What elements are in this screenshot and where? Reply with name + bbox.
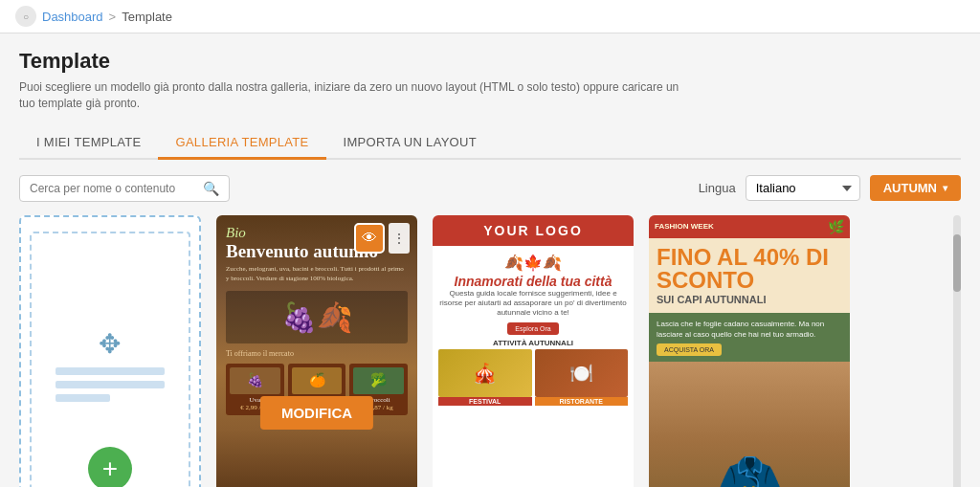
language-select[interactable]: Italiano English Deutsch Français Españo… [746,175,860,201]
template-card-sconto: FASHION WEEK 🌿 FINO AL 40% DI SCONTO SUI… [649,215,850,487]
card2-modify-button[interactable]: MODIFICA [480,370,585,401]
templates-wrapper: ✥ + Nuovo layout ↓ [19,215,961,487]
preview-button[interactable]: 👁 [354,223,385,254]
template-image-eventi[interactable]: YOUR LOGO 🍂🍁🍂 Innamorati della tua città… [433,215,634,487]
chevron-down-icon: ▾ [943,183,947,193]
move-icon: ✥ [99,328,121,360]
new-layout-line [56,381,165,388]
more-icon: ⋮ [392,231,406,246]
eye-icon: 👁 [716,342,727,355]
search-input[interactable] [30,182,197,195]
template-card-fruttivendolo: ↓ Bio Benvenuto autunno Zucche, melogran… [216,215,417,487]
templates-grid: ✥ + Nuovo layout ↓ [19,215,961,487]
card1-action-buttons: 👁 ⋮ [354,223,410,254]
breadcrumb-separator: > [109,10,117,24]
new-layout-lines [56,367,165,408]
tab-import[interactable]: IMPORTA UN LAYOUT [326,127,494,160]
new-layout-line [56,367,165,375]
new-layout-line-short [56,394,110,402]
top-bar: ○ Dashboard > Template [0,0,980,33]
season-label: AUTUMN [883,181,937,195]
eye-icon: 👁 [362,230,377,247]
page-title: Template [19,49,961,74]
toolbar: 🔍 Lingua Italiano English Deutsch França… [19,175,961,202]
breadcrumb-home[interactable]: Dashboard [42,10,103,24]
page-description: Puoi scegliere un modello già pronto dal… [19,79,689,112]
card2-preview-button[interactable]: 👁 Anteprima [490,336,577,361]
language-section: Lingua Italiano English Deutsch Français… [699,175,961,201]
tab-my-templates[interactable]: I MIEI TEMPLATE [19,127,158,160]
more-options-button[interactable]: ⋮ [389,223,410,254]
main-content: Template Puoi scegliere un modello già p… [0,33,980,487]
card3-modify-button[interactable]: MODIFICA [697,370,801,401]
tab-gallery[interactable]: GALLERIA TEMPLATE [158,127,325,160]
scrollbar-thumb [953,234,961,292]
card1-desc: Zucche, melograni, uva, bacini e broccol… [226,265,408,282]
template-image-sconto[interactable]: FASHION WEEK 🌿 FINO AL 40% DI SCONTO SUI… [649,215,850,487]
modify-overlay: MODIFICA [260,396,373,430]
card1-market-text: Ti offriamo il mercato [226,349,408,358]
eye-icon: 👁 [500,342,511,355]
card1-image-area: 🍇🍂 [226,291,408,343]
card3-preview-button[interactable]: 👁 Anteprima [706,336,793,361]
breadcrumb-current: Template [122,10,172,24]
new-layout-card: ✥ + [19,215,201,487]
template-card-eventi: YOUR LOGO 🍂🍁🍂 Innamorati della tua città… [433,215,634,487]
search-icon: 🔍 [203,181,219,196]
tab-bar: I MIEI TEMPLATE GALLERIA TEMPLATE IMPORT… [19,127,961,160]
search-box[interactable]: 🔍 [19,175,230,202]
language-label: Lingua [699,181,736,195]
scrollbar[interactable] [953,215,961,487]
template-image-fruttivendolo[interactable]: Bio Benvenuto autunno Zucche, melograni,… [216,215,417,487]
season-button[interactable]: AUTUMN ▾ [870,175,961,201]
app-logo: ○ [15,6,36,27]
add-layout-button[interactable]: + [88,447,132,487]
modify-button[interactable]: MODIFICA [260,396,373,430]
